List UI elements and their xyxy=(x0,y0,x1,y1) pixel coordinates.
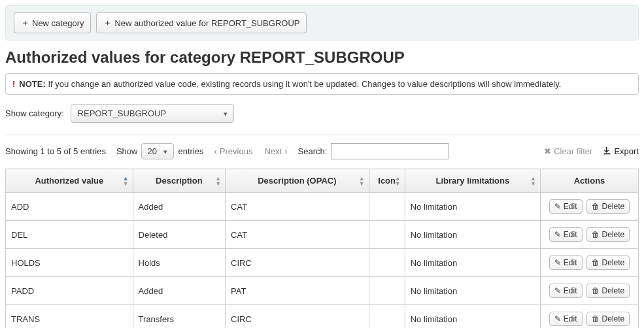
new-authorized-value-button[interactable]: ＋ New authorized value for REPORT_SUBGRO… xyxy=(96,12,307,33)
previous-label: Previous xyxy=(220,146,253,156)
pager-top: ‹ Previous Next › xyxy=(214,146,288,156)
edit-label: Edit xyxy=(564,258,577,267)
pencil-icon: ✎ xyxy=(554,230,561,239)
cell-description-opac: CAT xyxy=(226,221,369,249)
warning-icon: ! xyxy=(12,79,15,89)
edit-button[interactable]: ✎ Edit xyxy=(549,284,583,298)
cell-library-limitations: No limitation xyxy=(405,249,540,277)
col-library-limitations[interactable]: Library limitations ▲▼ xyxy=(405,169,540,193)
delete-button[interactable]: 🗑 Delete xyxy=(586,227,630,242)
cell-description: Added xyxy=(133,277,225,305)
cell-authorized-value: TRANS xyxy=(6,305,133,329)
col-label: Library limitations xyxy=(435,176,509,186)
clear-filter-label: Clear filter xyxy=(554,146,592,156)
delete-label: Delete xyxy=(602,258,625,267)
cell-icon xyxy=(369,277,405,305)
col-description-opac[interactable]: Description (OPAC) ▲▼ xyxy=(226,169,369,193)
chevron-left-icon: ‹ xyxy=(214,146,217,156)
right-actions: ✖ Clear filter Export xyxy=(544,146,639,157)
cell-authorized-value: PADD xyxy=(6,277,133,305)
sort-icon: ▲▼ xyxy=(530,176,536,186)
sort-icon: ▲▼ xyxy=(395,176,401,186)
col-icon[interactable]: Icon ▲▼ xyxy=(369,169,405,193)
col-label: Description (OPAC) xyxy=(258,176,336,186)
clear-filter-button[interactable]: ✖ Clear filter xyxy=(544,146,592,156)
trash-icon: 🗑 xyxy=(592,202,600,211)
show-entries: Show 20 ▾ entries xyxy=(116,143,204,159)
pencil-icon: ✎ xyxy=(554,286,561,295)
delete-button[interactable]: 🗑 Delete xyxy=(586,199,630,214)
table-row: DELDeletedCATNo limitation✎ Edit🗑 Delete xyxy=(6,221,639,249)
cell-icon xyxy=(369,249,405,277)
pencil-icon: ✎ xyxy=(554,258,561,267)
table-top-bar: Showing 1 to 5 of 5 entries Show 20 ▾ en… xyxy=(5,143,639,159)
note-label: NOTE: xyxy=(19,79,45,89)
x-icon: ✖ xyxy=(544,146,551,156)
cell-authorized-value: HOLDS xyxy=(6,249,133,277)
note-text: If you change an authorized value code, … xyxy=(48,79,561,89)
cell-library-limitations: No limitation xyxy=(405,193,540,221)
edit-button[interactable]: ✎ Edit xyxy=(549,312,583,326)
authorized-values-table: Authorized value ▲▼ Description ▲▼ Descr… xyxy=(5,169,639,328)
page-title: Authorized values for category REPORT_SU… xyxy=(5,48,639,67)
previous-page[interactable]: ‹ Previous xyxy=(214,146,253,156)
delete-label: Delete xyxy=(602,314,625,323)
cell-description: Deleted xyxy=(133,221,225,249)
edit-label: Edit xyxy=(564,202,577,211)
cell-description-opac: PAT xyxy=(226,277,369,305)
chevron-right-icon: › xyxy=(284,146,287,156)
delete-button[interactable]: 🗑 Delete xyxy=(586,284,630,298)
delete-button[interactable]: 🗑 Delete xyxy=(586,312,630,326)
col-label: Authorized value xyxy=(35,176,103,186)
next-label: Next xyxy=(264,146,282,156)
delete-label: Delete xyxy=(602,230,625,239)
delete-label: Delete xyxy=(602,286,625,295)
sort-icon: ▲▼ xyxy=(123,176,129,186)
delete-label: Delete xyxy=(602,202,625,211)
sort-icon: ▲▼ xyxy=(359,176,365,186)
table-row: HOLDSHoldsCIRCNo limitation✎ Edit🗑 Delet… xyxy=(6,249,639,277)
cell-authorized-value: ADD xyxy=(6,193,133,221)
table-row: TRANSTransfersCIRCNo limitation✎ Edit🗑 D… xyxy=(6,305,639,329)
col-description[interactable]: Description ▲▼ xyxy=(133,169,225,193)
trash-icon: 🗑 xyxy=(592,258,600,267)
edit-label: Edit xyxy=(564,286,577,295)
col-label: Description xyxy=(156,176,203,186)
plus-icon: ＋ xyxy=(103,17,112,29)
search-input[interactable] xyxy=(331,143,449,159)
edit-button[interactable]: ✎ Edit xyxy=(549,255,583,270)
cell-library-limitations: No limitation xyxy=(405,221,540,249)
table-row: PADDAddedPATNo limitation✎ Edit🗑 Delete xyxy=(6,277,639,305)
cell-actions: ✎ Edit🗑 Delete xyxy=(541,249,639,277)
col-authorized-value[interactable]: Authorized value ▲▼ xyxy=(6,169,133,193)
cell-library-limitations: No limitation xyxy=(405,305,540,329)
trash-icon: 🗑 xyxy=(592,314,600,323)
entries-label: entries xyxy=(178,146,203,156)
search-label: Search: xyxy=(298,146,328,156)
show-category-row: Show category: REPORT_SUBGROUP ▾ xyxy=(5,104,639,123)
next-page[interactable]: Next › xyxy=(264,146,287,156)
cell-description: Holds xyxy=(133,249,225,277)
export-button[interactable]: Export xyxy=(603,146,639,157)
page-length-select[interactable]: 20 xyxy=(141,143,174,159)
delete-button[interactable]: 🗑 Delete xyxy=(586,255,630,270)
toolbar: ＋ New category ＋ New authorized value fo… xyxy=(5,5,639,41)
col-label: Icon xyxy=(378,176,396,186)
new-av-label: New authorized value for REPORT_SUBGROUP xyxy=(114,18,299,28)
cell-description-opac: CIRC xyxy=(226,249,369,277)
trash-icon: 🗑 xyxy=(592,286,600,295)
new-category-button[interactable]: ＋ New category xyxy=(14,12,91,33)
trash-icon: 🗑 xyxy=(592,230,600,239)
category-select[interactable]: REPORT_SUBGROUP xyxy=(71,104,234,123)
col-actions: Actions xyxy=(541,169,639,193)
col-label: Actions xyxy=(574,176,605,186)
cell-actions: ✎ Edit🗑 Delete xyxy=(541,277,639,305)
category-select-wrap: REPORT_SUBGROUP ▾ xyxy=(71,104,234,123)
edit-button[interactable]: ✎ Edit xyxy=(549,227,583,242)
cell-description-opac: CIRC xyxy=(226,305,369,329)
cell-description: Added xyxy=(133,193,225,221)
cell-icon xyxy=(369,221,405,249)
sort-icon: ▲▼ xyxy=(215,176,221,186)
edit-button[interactable]: ✎ Edit xyxy=(549,199,583,214)
cell-actions: ✎ Edit🗑 Delete xyxy=(541,193,639,221)
